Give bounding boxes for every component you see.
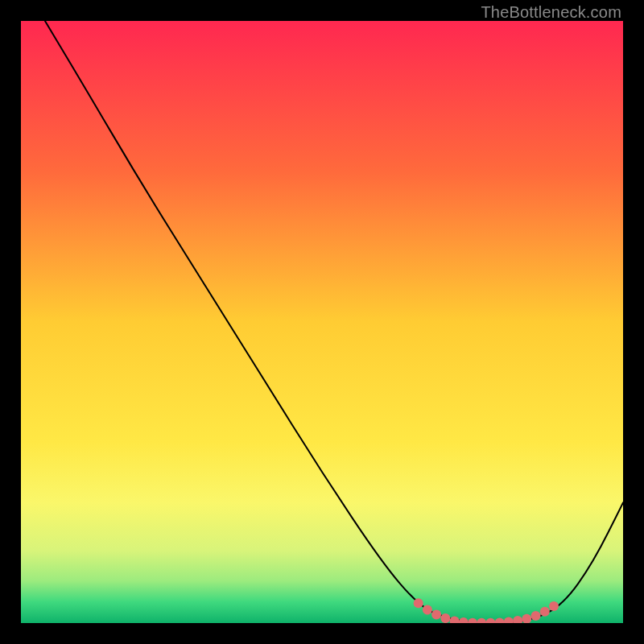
- highlight-dot: [414, 598, 423, 608]
- highlight-dot: [423, 605, 432, 615]
- watermark-text: TheBottleneck.com: [481, 3, 621, 22]
- highlight-dot: [549, 601, 559, 611]
- chart-svg: [21, 21, 623, 623]
- highlight-dot: [440, 613, 450, 623]
- highlight-dot: [531, 611, 541, 621]
- chart-frame: TheBottleneck.com: [0, 0, 644, 644]
- highlight-dot: [431, 610, 441, 620]
- gradient-background: [21, 21, 623, 623]
- plot-area: [21, 21, 623, 623]
- highlight-dot: [540, 607, 550, 617]
